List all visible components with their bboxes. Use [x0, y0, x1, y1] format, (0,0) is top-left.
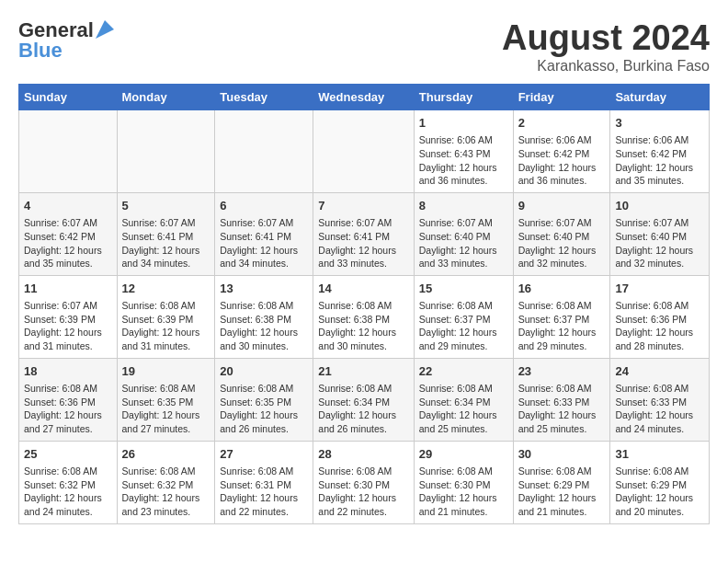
cell-text: Daylight: 12 hours and 26 minutes. [220, 408, 308, 435]
cell-text: Sunset: 6:39 PM [122, 313, 210, 327]
cell-text: Sunrise: 6:07 AM [122, 216, 210, 230]
cell-text: Daylight: 12 hours and 30 minutes. [220, 326, 308, 352]
calendar-cell: 16Sunrise: 6:08 AMSunset: 6:37 PMDayligh… [513, 275, 610, 358]
cell-text: Sunset: 6:32 PM [24, 478, 112, 492]
cell-text: Daylight: 12 hours and 22 minutes. [318, 491, 408, 518]
calendar-cell: 31Sunrise: 6:08 AMSunset: 6:29 PMDayligh… [610, 441, 710, 523]
cell-text: Sunset: 6:42 PM [615, 147, 704, 161]
calendar-cell: 19Sunrise: 6:08 AMSunset: 6:35 PMDayligh… [117, 358, 215, 441]
day-number: 18 [24, 363, 112, 380]
cell-text: Sunset: 6:34 PM [419, 396, 508, 409]
day-number: 24 [615, 363, 704, 380]
logo-arrow-icon [96, 20, 114, 39]
week-row-4: 18Sunrise: 6:08 AMSunset: 6:36 PMDayligh… [19, 358, 710, 441]
calendar-cell: 13Sunrise: 6:08 AMSunset: 6:38 PMDayligh… [215, 275, 313, 358]
day-number: 15 [419, 281, 508, 297]
cell-text: Sunset: 6:40 PM [518, 230, 606, 244]
calendar-cell: 8Sunrise: 6:07 AMSunset: 6:40 PMDaylight… [414, 192, 513, 275]
cell-text: Sunset: 6:34 PM [318, 396, 408, 409]
day-number: 8 [419, 198, 508, 214]
cell-text: Daylight: 12 hours and 29 minutes. [419, 326, 508, 352]
cell-text: Daylight: 12 hours and 35 minutes. [615, 161, 704, 188]
cell-text: Daylight: 12 hours and 23 minutes. [122, 491, 210, 518]
cell-text: Sunset: 6:32 PM [122, 478, 210, 492]
week-row-5: 25Sunrise: 6:08 AMSunset: 6:32 PMDayligh… [19, 441, 710, 523]
cell-text: Daylight: 12 hours and 22 minutes. [220, 491, 308, 518]
header-cell-thursday: Thursday [414, 85, 513, 110]
cell-text: Sunrise: 6:07 AM [419, 216, 508, 230]
svg-marker-0 [96, 20, 114, 39]
cell-text: Sunrise: 6:06 AM [615, 133, 704, 147]
cell-text: Daylight: 12 hours and 24 minutes. [615, 408, 704, 435]
day-number: 28 [318, 446, 408, 463]
cell-text: Sunrise: 6:08 AM [419, 382, 508, 396]
cell-text: Sunrise: 6:07 AM [518, 216, 606, 230]
cell-text: Sunrise: 6:07 AM [24, 216, 112, 230]
cell-text: Sunset: 6:39 PM [24, 313, 112, 327]
day-number: 1 [419, 115, 508, 132]
day-number: 2 [518, 115, 606, 132]
cell-text: Sunrise: 6:08 AM [220, 382, 308, 396]
cell-text: Daylight: 12 hours and 35 minutes. [24, 244, 112, 270]
calendar-cell: 9Sunrise: 6:07 AMSunset: 6:40 PMDaylight… [513, 192, 610, 275]
cell-text: Sunset: 6:30 PM [419, 478, 508, 492]
cell-text: Sunset: 6:35 PM [220, 396, 308, 409]
cell-text: Sunrise: 6:08 AM [615, 465, 704, 478]
calendar-table: SundayMondayTuesdayWednesdayThursdayFrid… [18, 84, 710, 524]
day-number: 30 [518, 446, 606, 463]
day-number: 26 [122, 446, 210, 463]
cell-text: Sunset: 6:33 PM [615, 396, 704, 409]
cell-text: Sunrise: 6:07 AM [615, 216, 704, 230]
day-number: 14 [318, 281, 408, 297]
cell-text: Sunset: 6:36 PM [615, 313, 704, 327]
cell-text: Sunrise: 6:07 AM [24, 299, 112, 313]
cell-text: Sunrise: 6:06 AM [419, 133, 508, 147]
calendar-cell: 27Sunrise: 6:08 AMSunset: 6:31 PMDayligh… [215, 441, 313, 523]
calendar-cell: 11Sunrise: 6:07 AMSunset: 6:39 PMDayligh… [19, 275, 118, 358]
subtitle: Karankasso, Burkina Faso [502, 58, 710, 75]
cell-text: Daylight: 12 hours and 34 minutes. [122, 244, 210, 270]
cell-text: Sunrise: 6:08 AM [318, 465, 408, 478]
calendar-cell: 20Sunrise: 6:08 AMSunset: 6:35 PMDayligh… [215, 358, 313, 441]
cell-text: Daylight: 12 hours and 25 minutes. [518, 408, 606, 435]
cell-text: Sunset: 6:29 PM [518, 478, 606, 492]
calendar-cell: 5Sunrise: 6:07 AMSunset: 6:41 PMDaylight… [117, 192, 215, 275]
cell-text: Daylight: 12 hours and 28 minutes. [615, 326, 704, 352]
calendar-cell: 6Sunrise: 6:07 AMSunset: 6:41 PMDaylight… [215, 192, 313, 275]
calendar-cell: 24Sunrise: 6:08 AMSunset: 6:33 PMDayligh… [610, 358, 710, 441]
cell-text: Sunrise: 6:07 AM [318, 216, 408, 230]
day-number: 20 [220, 363, 308, 380]
header-row: SundayMondayTuesdayWednesdayThursdayFrid… [19, 85, 710, 110]
cell-text: Sunset: 6:42 PM [24, 230, 112, 244]
calendar-cell: 23Sunrise: 6:08 AMSunset: 6:33 PMDayligh… [513, 358, 610, 441]
cell-text: Sunrise: 6:08 AM [24, 465, 112, 478]
calendar-cell: 28Sunrise: 6:08 AMSunset: 6:30 PMDayligh… [313, 441, 414, 523]
cell-text: Sunrise: 6:08 AM [122, 465, 210, 478]
day-number: 25 [24, 446, 112, 463]
day-number: 27 [220, 446, 308, 463]
calendar-cell: 25Sunrise: 6:08 AMSunset: 6:32 PMDayligh… [19, 441, 118, 523]
day-number: 23 [518, 363, 606, 380]
logo-blue: Blue [18, 39, 63, 63]
calendar-cell: 7Sunrise: 6:07 AMSunset: 6:41 PMDaylight… [313, 192, 414, 275]
cell-text: Sunrise: 6:07 AM [220, 216, 308, 230]
cell-text: Sunrise: 6:08 AM [318, 382, 408, 396]
calendar-cell: 2Sunrise: 6:06 AMSunset: 6:42 PMDaylight… [513, 110, 610, 193]
calendar-cell: 15Sunrise: 6:08 AMSunset: 6:37 PMDayligh… [414, 275, 513, 358]
header-cell-friday: Friday [513, 85, 610, 110]
day-number: 7 [318, 198, 408, 214]
day-number: 16 [518, 281, 606, 297]
cell-text: Sunset: 6:41 PM [122, 230, 210, 244]
week-row-1: 1Sunrise: 6:06 AMSunset: 6:43 PMDaylight… [19, 110, 710, 193]
calendar-cell [313, 110, 414, 193]
header-cell-wednesday: Wednesday [313, 85, 414, 110]
cell-text: Sunset: 6:31 PM [220, 478, 308, 492]
header-cell-saturday: Saturday [610, 85, 710, 110]
cell-text: Sunset: 6:30 PM [318, 478, 408, 492]
cell-text: Sunset: 6:33 PM [518, 396, 606, 409]
cell-text: Sunset: 6:42 PM [518, 147, 606, 161]
day-number: 13 [220, 281, 308, 297]
calendar-cell: 17Sunrise: 6:08 AMSunset: 6:36 PMDayligh… [610, 275, 710, 358]
calendar-cell: 14Sunrise: 6:08 AMSunset: 6:38 PMDayligh… [313, 275, 414, 358]
main-title: August 2024 [502, 18, 710, 58]
